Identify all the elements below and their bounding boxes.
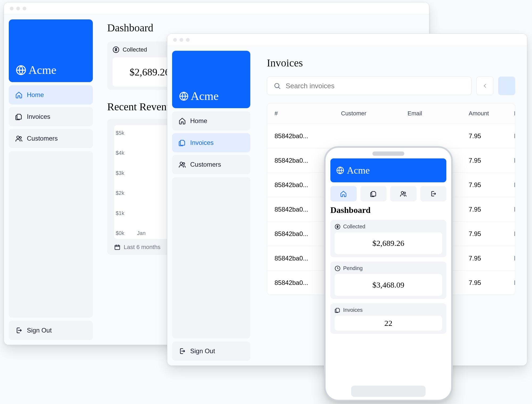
clock-icon xyxy=(335,266,340,271)
sidebar-item-label: Invoices xyxy=(190,139,214,146)
cell-date: Dec 6, 2022 xyxy=(514,181,515,189)
signout-button[interactable]: Sign Out xyxy=(172,342,250,361)
col-customer: Customer xyxy=(341,110,408,117)
mobile-preview: Acme Dashboard Collected $2,689.26 Pendi… xyxy=(324,146,453,401)
cell-date: Dec 6, 2022 xyxy=(514,206,515,213)
signout-button[interactable]: Sign Out xyxy=(9,321,93,340)
cell-amount: 7.95 xyxy=(469,206,514,213)
svg-point-6 xyxy=(180,162,182,165)
x-tick: Jan xyxy=(137,230,146,236)
cell-amount: 7.95 xyxy=(469,181,514,189)
calendar-icon xyxy=(114,244,120,250)
cell-amount: 7.95 xyxy=(469,255,514,262)
phone-home-indicator xyxy=(326,383,451,400)
signout-label: Sign Out xyxy=(190,347,215,355)
mobile-nav-invoices[interactable] xyxy=(360,186,387,201)
mobile-nav-signout[interactable] xyxy=(420,186,447,201)
currency-icon xyxy=(335,224,340,230)
globe-icon xyxy=(336,166,344,174)
svg-point-8 xyxy=(275,83,279,88)
mobile-nav xyxy=(330,186,446,201)
window-control-zoom[interactable] xyxy=(23,7,26,10)
home-icon xyxy=(178,117,186,125)
window-control-minimize[interactable] xyxy=(16,7,20,10)
sidebar-item-customers[interactable]: Customers xyxy=(9,129,93,148)
svg-point-7 xyxy=(183,163,185,165)
phone-notch xyxy=(372,152,404,156)
stat-value: $2,689.26 xyxy=(130,66,170,78)
y-tick: $3k xyxy=(116,170,124,176)
cell-amount: 7.95 xyxy=(469,279,514,287)
sidebar-item-home[interactable]: Home xyxy=(9,85,93,104)
window-titlebar xyxy=(4,2,429,15)
page-title: Dashboard xyxy=(107,22,419,34)
document-duplicate-icon xyxy=(335,307,340,313)
window-titlebar xyxy=(167,34,527,46)
stat-value: $3,468.09 xyxy=(335,274,442,296)
cell-amount: 7.95 xyxy=(469,230,514,238)
sidebar-spacer xyxy=(172,177,250,338)
pager-page-current[interactable] xyxy=(498,77,515,95)
col-date: Date xyxy=(514,110,515,117)
brand-card: Acme xyxy=(172,51,250,108)
stat-label: Invoices xyxy=(343,307,363,313)
y-tick: $0k xyxy=(116,230,124,236)
brand-name: Acme xyxy=(191,89,219,103)
brand-name: Acme xyxy=(347,165,370,176)
stat-value: 22 xyxy=(335,316,442,331)
window-control-close[interactable] xyxy=(173,38,177,42)
svg-point-10 xyxy=(401,191,404,194)
cell-date: Dec 6, 2022 xyxy=(514,255,515,262)
search-icon xyxy=(273,82,281,90)
sidebar-spacer xyxy=(9,151,93,318)
y-tick: $2k xyxy=(116,190,124,196)
chart-y-axis: $5k $4k $3k $2k $1k $0k xyxy=(116,130,126,236)
currency-icon xyxy=(113,46,119,53)
sidebar: Acme Home Invoices Customers xyxy=(167,46,255,365)
svg-rect-4 xyxy=(115,245,120,250)
pager-prev-button[interactable] xyxy=(476,77,493,95)
sidebar-item-customers[interactable]: Customers xyxy=(172,155,250,174)
signout-icon xyxy=(430,190,437,197)
sidebar-item-invoices[interactable]: Invoices xyxy=(9,107,93,126)
cell-amount: 7.95 xyxy=(469,157,514,164)
svg-point-2 xyxy=(19,137,21,138)
stat-card-invoices: Invoices 22 xyxy=(330,303,446,334)
users-icon xyxy=(15,135,23,142)
brand-card: Acme xyxy=(9,19,93,82)
table-row[interactable]: 85842ba0...7.95Dec 6, 2022 xyxy=(267,124,515,148)
col-amount: Amount xyxy=(469,110,514,117)
window-control-zoom[interactable] xyxy=(186,38,190,42)
stat-card-collected: Collected $2,689.26 xyxy=(330,220,446,257)
users-icon xyxy=(400,190,407,197)
cell-date: Dec 6, 2022 xyxy=(514,132,515,140)
mobile-nav-customers[interactable] xyxy=(390,186,417,201)
users-icon xyxy=(178,161,186,168)
window-control-minimize[interactable] xyxy=(180,38,183,42)
sidebar-item-label: Home xyxy=(27,91,44,99)
search-input-wrapper[interactable] xyxy=(267,77,472,95)
cell-date: Dec 6, 2022 xyxy=(514,279,515,287)
y-tick: $1k xyxy=(116,210,124,216)
cell-amount: 7.95 xyxy=(469,132,514,140)
search-input[interactable] xyxy=(286,82,465,90)
chart-bar: Jan xyxy=(129,228,153,236)
stat-label: Collected xyxy=(123,46,147,53)
cell-date: Dec 6, 2022 xyxy=(514,157,515,164)
page-title: Dashboard xyxy=(330,205,446,215)
window-control-close[interactable] xyxy=(10,7,14,10)
document-duplicate-icon xyxy=(370,190,377,197)
col-email: Email xyxy=(408,110,469,117)
svg-point-11 xyxy=(404,192,406,194)
sidebar-item-invoices[interactable]: Invoices xyxy=(172,133,250,152)
page-title: Invoices xyxy=(267,57,515,69)
sidebar-item-label: Invoices xyxy=(27,113,50,120)
sidebar-item-label: Home xyxy=(190,117,207,125)
signout-icon xyxy=(15,327,23,334)
brand-card: Acme xyxy=(330,158,446,182)
sidebar-item-label: Customers xyxy=(190,161,221,168)
chart-footer-label: Last 6 months xyxy=(124,244,160,251)
document-duplicate-icon xyxy=(15,113,23,120)
mobile-nav-home[interactable] xyxy=(330,186,357,201)
sidebar-item-home[interactable]: Home xyxy=(172,111,250,131)
